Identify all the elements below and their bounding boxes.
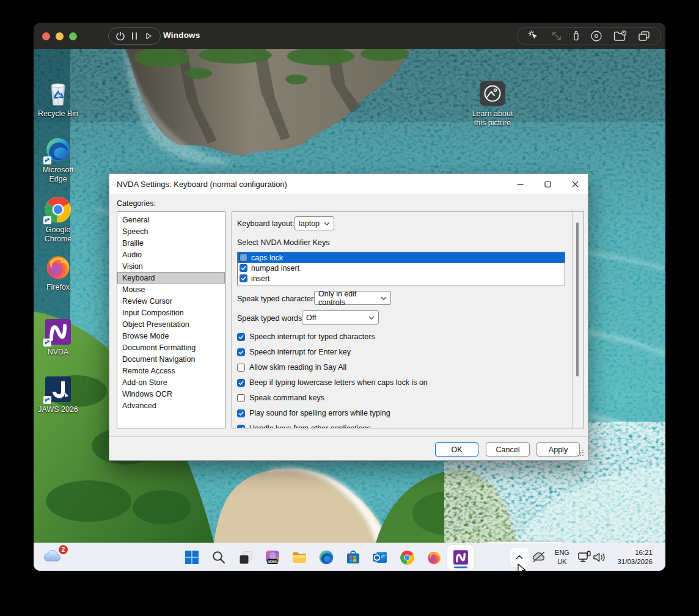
checkbox-label: Handle keys from other applications [249, 424, 371, 428]
modifier-key-label: insert [251, 274, 270, 283]
checkbox-beep-if-typing-lowercase-letters-when-caps-lock-is-on[interactable]: Beep if typing lowercase letters when ca… [237, 376, 567, 389]
volume-icon[interactable] [592, 551, 607, 566]
modifier-keys-list[interactable]: caps locknumpad insertinsert [237, 252, 565, 285]
unchecked-checkbox-icon[interactable] [237, 394, 245, 402]
ok-button[interactable]: OK [435, 442, 478, 457]
categories-label: Categories: [117, 199, 156, 208]
category-windows-ocr[interactable]: Windows OCR [117, 388, 225, 400]
checkbox-speech-interrupt-for-typed-characters[interactable]: Speech interrupt for typed characters [237, 330, 567, 343]
start-button[interactable] [178, 545, 205, 570]
category-add-on-store[interactable]: Add-on Store [117, 376, 225, 388]
maximize-button[interactable] [534, 174, 561, 194]
checkbox-label: Beep if typing lowercase letters when ca… [249, 378, 428, 387]
clock[interactable]: 16:21 31/03/2026 [617, 548, 653, 566]
categories-list[interactable]: GeneralSpeechBrailleAudioVisionKeyboardM… [117, 211, 225, 428]
category-general[interactable]: General [117, 214, 225, 226]
firefox-button[interactable] [420, 545, 447, 570]
cancel-button[interactable]: Cancel [486, 442, 530, 457]
category-braille[interactable]: Braille [117, 237, 225, 249]
category-mouse[interactable]: Mouse [117, 284, 225, 295]
checkbox-speech-interrupt-for-enter-key[interactable]: Speech interrupt for Enter key [237, 345, 567, 359]
apply-button[interactable]: Apply [536, 442, 580, 457]
checked-checkbox-icon[interactable] [237, 333, 245, 341]
category-document-formatting[interactable]: Document Formatting [117, 342, 225, 353]
close-button[interactable] [562, 174, 588, 194]
checkbox-speak-command-keys[interactable]: Speak command keys [237, 391, 567, 405]
microsoft-store-button[interactable] [340, 545, 367, 570]
modifier-key-label: caps lock [251, 254, 283, 262]
resize-icon[interactable] [551, 31, 562, 42]
checked-checkbox-icon[interactable] [237, 409, 245, 417]
checkbox-allow-skim-reading-in-say-all[interactable]: Allow skim reading in Say All [237, 361, 567, 374]
onedrive-paused-icon[interactable] [532, 551, 546, 566]
unchecked-checkbox-icon[interactable] [240, 254, 247, 262]
checkbox-handle-keys-from-other-applications[interactable]: Handle keys from other applications [237, 422, 567, 428]
disc-icon[interactable] [590, 30, 602, 42]
unchecked-checkbox-icon[interactable] [237, 364, 245, 372]
scrollbar-thumb[interactable] [576, 222, 579, 376]
keyboard-layout-select[interactable]: laptop [295, 216, 334, 230]
speak-typed-words-value: Off [306, 314, 366, 322]
usb-drive-icon[interactable] [573, 31, 579, 42]
desktop-icon-nvda[interactable]: NVDA [34, 318, 82, 357]
edge-button[interactable] [313, 545, 340, 570]
outlook-icon [372, 549, 388, 565]
desktop-icon-jaws[interactable]: JAWS 2026 [34, 375, 82, 414]
category-vision[interactable]: Vision [117, 260, 225, 272]
nvda-settings-dialog: NVDA Settings: Keyboard (normal configur… [109, 174, 588, 461]
power-icon[interactable] [115, 31, 125, 41]
speak-typed-characters-select[interactable]: Only in edit controls [314, 291, 391, 305]
mouse-cursor [517, 563, 527, 571]
category-advanced[interactable]: Advanced [117, 400, 225, 411]
file-explorer-button[interactable] [286, 545, 313, 570]
checked-checkbox-icon[interactable] [237, 379, 245, 387]
minimize-button[interactable] [507, 174, 533, 194]
category-object-presentation[interactable]: Object Presentation [117, 318, 225, 330]
checked-checkbox-icon[interactable] [240, 274, 247, 282]
language-indicator[interactable]: ENG UK [550, 548, 574, 566]
category-audio[interactable]: Audio [117, 249, 225, 260]
eject-icon[interactable] [144, 32, 153, 40]
m365-copilot-button[interactable]: M365 [259, 545, 286, 570]
shortcut-arrow-icon [43, 216, 51, 224]
category-document-navigation[interactable]: Document Navigation [117, 353, 225, 365]
modifier-key-caps-lock[interactable]: caps lock [238, 252, 565, 263]
desktop-icon-edge[interactable]: Microsoft Edge [34, 136, 82, 184]
category-input-composition[interactable]: Input Composition [117, 307, 225, 318]
svg-text:M365: M365 [268, 560, 277, 563]
chrome-button[interactable] [393, 545, 420, 570]
dialog-titlebar[interactable]: NVDA Settings: Keyboard (normal configur… [109, 174, 588, 194]
pause-icon[interactable] [131, 32, 138, 40]
desktop-icon-learn-about-picture[interactable]: Learn about this picture [467, 79, 518, 128]
desktop-icon-chrome[interactable]: Google Chrome [34, 196, 82, 244]
category-browse-mode[interactable]: Browse Mode [117, 330, 225, 342]
resize-grip[interactable] [582, 450, 584, 451]
taskbar-apps: M365 [178, 543, 474, 571]
outlook-button[interactable] [367, 545, 393, 570]
zoom-traffic-light[interactable] [69, 32, 77, 40]
pointer-capture-icon[interactable] [528, 30, 540, 42]
category-keyboard[interactable]: Keyboard [117, 272, 225, 284]
checked-checkbox-icon[interactable] [237, 425, 245, 429]
desktop-icon-recycle-bin[interactable]: Recycle Bin [34, 79, 82, 119]
checked-checkbox-icon[interactable] [240, 264, 247, 272]
category-speech[interactable]: Speech [117, 226, 225, 237]
shared-folder-icon[interactable] [613, 31, 627, 42]
displays-icon[interactable] [638, 31, 650, 42]
task-view-button[interactable] [232, 545, 259, 570]
close-traffic-light[interactable] [42, 32, 50, 40]
modifier-key-numpad-insert[interactable]: numpad insert [238, 263, 565, 273]
desktop-icon-firefox[interactable]: Firefox [34, 253, 82, 292]
speak-typed-words-select[interactable]: Off [302, 310, 379, 324]
nvda-taskbar-button[interactable] [447, 545, 474, 570]
checked-checkbox-icon[interactable] [237, 348, 245, 356]
search-button[interactable] [205, 545, 232, 570]
checkbox-play-sound-for-spelling-errors-while-typing[interactable]: Play sound for spelling errors while typ… [237, 406, 567, 420]
keyboard-layout-label: Keyboard layout: [237, 219, 295, 228]
network-icon[interactable] [577, 551, 592, 566]
widgets-button[interactable]: 2 [42, 548, 69, 567]
category-remote-access[interactable]: Remote Access [117, 365, 225, 376]
minimize-traffic-light[interactable] [56, 32, 64, 40]
modifier-key-insert[interactable]: insert [238, 273, 565, 284]
category-review-cursor[interactable]: Review Cursor [117, 295, 225, 307]
